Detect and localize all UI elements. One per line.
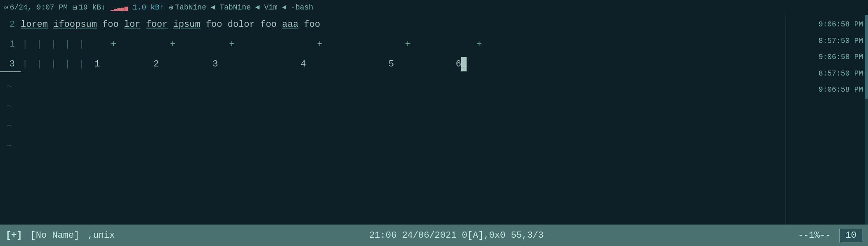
token-space1 — [48, 17, 53, 32]
network-display: ⊟ 19 kB↓ — [73, 3, 106, 12]
top-bar: ⊙ 6/24, 9:07 PM ⊟ 19 kB↓ ▁▂▃▄▅ 1.0 kB↑ ⊕… — [0, 0, 868, 15]
token-ifoopsum: ifoopsum — [53, 17, 97, 32]
tilde-line-3: ~ — [0, 116, 785, 136]
line-content-1: | | | | | + + + + + + — [21, 37, 785, 52]
line-content-3: | | | | | 1 2 3 4 5 6 _ — [21, 57, 785, 71]
sep2: | — [31, 37, 42, 52]
plus3: + — [229, 37, 234, 52]
plus1: + — [111, 37, 116, 52]
tabnine-display: ⊕ TabNine ◄ TabNine ◄ Vim ◄ -bash — [169, 3, 313, 12]
sep-a5: | — [73, 57, 84, 71]
scrollbar[interactable] — [865, 15, 868, 225]
token-space4 — [140, 17, 146, 32]
tilde-4: ~ — [0, 141, 12, 151]
status-filename: [No Name] — [31, 230, 80, 241]
net-down-label: 19 kB↓ — [79, 3, 106, 12]
line-number-3: 3 — [0, 57, 21, 72]
token-space5 — [167, 17, 173, 32]
token-lor: lor — [124, 17, 141, 32]
sep-a4: | — [59, 57, 70, 71]
token-foo4: foo — [304, 17, 321, 32]
status-bar: [+] [No Name] ,unix 21:06 24/06/2021 0[A… — [0, 225, 868, 246]
token-lorem: lorem — [21, 17, 48, 32]
time-4: 8:57:50 PM — [818, 66, 863, 82]
token-ipsum: ipsum — [173, 17, 200, 32]
token-space10 — [298, 17, 304, 32]
net-up-label: 1.0 kB↑ — [133, 3, 164, 12]
status-modified: [+] — [6, 230, 22, 241]
network-bars: ▁▂▃▄▅ — [111, 4, 128, 11]
token-foor: foor — [146, 17, 168, 32]
line-number-2: 2 — [0, 17, 21, 32]
num3: 3 — [212, 57, 218, 71]
tilde-line-1: ~ — [0, 77, 785, 97]
num1: 1 — [94, 57, 100, 71]
cursor: _ — [461, 57, 467, 71]
scroll-thumb — [865, 15, 868, 99]
token-foo2: foo — [206, 17, 222, 32]
status-tab: 10 — [839, 229, 862, 242]
sep1: | — [22, 37, 28, 52]
sep5: | — [73, 37, 84, 52]
clock-icon: ⊙ — [4, 3, 8, 12]
tilde-1: ~ — [0, 82, 12, 92]
upload-display: 1.0 kB↑ — [133, 3, 164, 12]
right-sidebar: 9:06:58 PM 8:57:50 PM 9:06:58 PM 8:57:50… — [785, 15, 868, 225]
plus6: + — [476, 37, 482, 52]
editor-line-1: 1 | | | | | + + + + + + — [0, 37, 785, 57]
plus2: + — [170, 37, 175, 52]
sep-a1: | — [22, 57, 28, 71]
token-space3 — [119, 17, 124, 32]
num4: 4 — [300, 57, 306, 71]
tabnine-icon: ⊕ — [169, 3, 173, 12]
line-number-1: 1 — [0, 37, 21, 52]
num2: 2 — [153, 57, 159, 71]
time-5: 9:06:58 PM — [818, 82, 863, 98]
token-space9 — [277, 17, 282, 32]
datetime-label: 6/24, 9:07 PM — [10, 3, 68, 12]
token-space2 — [97, 17, 102, 32]
net-bars-icon: ▁▂▃▄▅ — [111, 4, 128, 11]
status-scrollpct: --1%-- — [798, 230, 830, 241]
token-foo1: foo — [102, 17, 119, 32]
editor-area[interactable]: 2 lorem ifoopsum foo lor foor ipsum foo … — [0, 15, 785, 225]
time-3: 9:06:58 PM — [818, 49, 863, 66]
net-icon: ⊟ — [73, 3, 77, 12]
num6: 6 — [456, 57, 461, 71]
sep-a3: | — [45, 57, 56, 71]
token-space6 — [200, 17, 206, 32]
tilde-line-4: ~ — [0, 136, 785, 156]
clock-display: ⊙ 6/24, 9:07 PM — [4, 3, 68, 12]
token-space7 — [222, 17, 228, 32]
status-middle: 21:06 24/06/2021 0[A],0x0 55,3/3 — [123, 230, 790, 241]
time-2: 8:57:50 PM — [818, 33, 863, 50]
sep3: | — [45, 37, 56, 52]
time-1: 9:06:58 PM — [818, 17, 863, 33]
token-dolor: dolor — [228, 17, 255, 32]
sep-a2: | — [31, 57, 42, 71]
editor-line-2: 2 lorem ifoopsum foo lor foor ipsum foo … — [0, 17, 785, 37]
plus4: + — [317, 37, 322, 52]
main-content: 2 lorem ifoopsum foo lor foor ipsum foo … — [0, 15, 868, 225]
line-content-2: lorem ifoopsum foo lor foor ipsum foo do… — [21, 17, 785, 32]
tilde-3: ~ — [0, 121, 12, 132]
sep4: | — [59, 37, 70, 52]
tilde-line-2: ~ — [0, 97, 785, 116]
plus5: + — [405, 37, 410, 52]
tabnine-label: TabNine ◄ TabNine ◄ Vim ◄ -bash — [175, 3, 313, 12]
token-aaa: aaa — [282, 17, 299, 32]
editor-line-3: 3 | | | | | 1 2 3 4 5 6 _ — [0, 57, 785, 77]
token-foo3: foo — [260, 17, 277, 32]
tilde-2: ~ — [0, 102, 12, 112]
status-format: ,unix — [87, 230, 115, 241]
token-space8 — [255, 17, 260, 32]
num5: 5 — [389, 57, 394, 71]
